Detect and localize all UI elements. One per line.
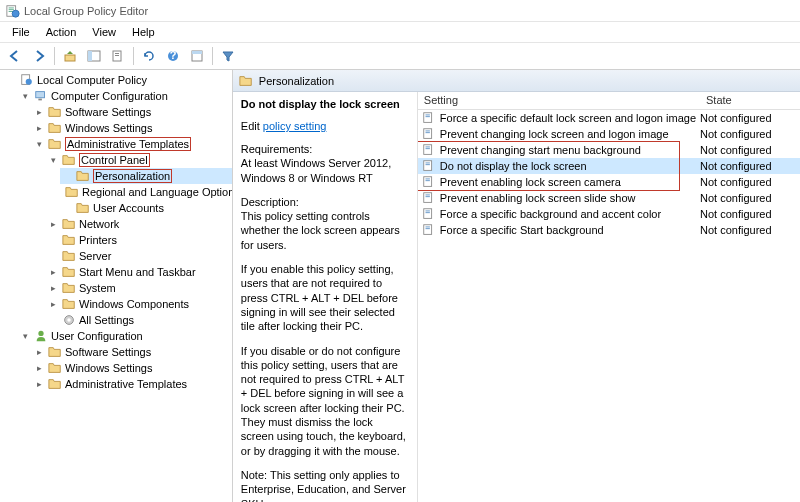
folder-icon bbox=[62, 281, 76, 295]
tree-pane[interactable]: Local Computer Policy ▾ Computer Configu… bbox=[0, 70, 233, 502]
help-button[interactable]: ? bbox=[162, 45, 184, 67]
setting-icon bbox=[422, 111, 436, 125]
expand-icon[interactable]: ▸ bbox=[48, 283, 59, 294]
svg-rect-41 bbox=[425, 211, 429, 212]
right-header: Personalization bbox=[233, 70, 800, 92]
requirements-label: Requirements: bbox=[241, 142, 409, 156]
svg-rect-10 bbox=[115, 55, 119, 56]
tree-windows-settings[interactable]: ▸Windows Settings bbox=[32, 120, 232, 136]
show-hide-tree-button[interactable] bbox=[83, 45, 105, 67]
col-state[interactable]: State bbox=[700, 92, 800, 109]
menu-bar: File Action View Help bbox=[0, 22, 800, 42]
svg-rect-26 bbox=[425, 131, 429, 132]
properties-button[interactable] bbox=[186, 45, 208, 67]
folder-icon bbox=[48, 121, 62, 135]
settings-list-pane[interactable]: Setting State Force a specific default l… bbox=[418, 92, 800, 502]
tree-user-accounts[interactable]: User Accounts bbox=[60, 200, 232, 216]
expand-icon[interactable]: ▸ bbox=[34, 347, 45, 358]
collapse-icon[interactable]: ▾ bbox=[20, 331, 31, 342]
list-item[interactable]: Prevent enabling lock screen cameraNot c… bbox=[418, 174, 800, 190]
folder-icon bbox=[76, 169, 90, 183]
svg-rect-44 bbox=[425, 227, 429, 228]
svg-rect-35 bbox=[425, 179, 429, 180]
filter-button[interactable] bbox=[217, 45, 239, 67]
tree-computer-config[interactable]: ▾ Computer Configuration bbox=[18, 88, 232, 104]
tree-user-software-settings[interactable]: ▸Software Settings bbox=[32, 344, 232, 360]
svg-rect-2 bbox=[9, 9, 14, 10]
tree-system[interactable]: ▸System bbox=[46, 280, 232, 296]
export-list-button[interactable] bbox=[107, 45, 129, 67]
description-text-3: If you disable or do not configure this … bbox=[241, 344, 409, 458]
svg-rect-27 bbox=[425, 132, 429, 133]
svg-rect-29 bbox=[425, 147, 429, 148]
expand-icon[interactable]: ▸ bbox=[48, 219, 59, 230]
list-item[interactable]: Prevent changing start menu backgroundNo… bbox=[418, 142, 800, 158]
expand-icon[interactable]: ▸ bbox=[48, 267, 59, 278]
folder-icon bbox=[62, 297, 76, 311]
tree-start-menu-taskbar[interactable]: ▸Start Menu and Taskbar bbox=[46, 264, 232, 280]
collapse-icon[interactable]: ▾ bbox=[34, 139, 45, 150]
back-button[interactable] bbox=[4, 45, 26, 67]
tree-server[interactable]: Server bbox=[46, 248, 232, 264]
expand-icon[interactable]: ▸ bbox=[34, 363, 45, 374]
svg-rect-25 bbox=[424, 129, 432, 139]
tree-software-settings[interactable]: ▸Software Settings bbox=[32, 104, 232, 120]
policy-icon bbox=[20, 73, 34, 87]
edit-policy-link[interactable]: policy setting bbox=[263, 120, 327, 132]
tree-windows-components[interactable]: ▸Windows Components bbox=[46, 296, 232, 312]
list-item[interactable]: Force a specific Start backgroundNot con… bbox=[418, 222, 800, 238]
refresh-button[interactable] bbox=[138, 45, 160, 67]
up-button[interactable] bbox=[59, 45, 81, 67]
svg-rect-36 bbox=[425, 180, 429, 181]
menu-file[interactable]: File bbox=[4, 24, 38, 40]
folder-icon bbox=[65, 185, 79, 199]
folder-icon bbox=[48, 137, 62, 151]
tree-user-config[interactable]: ▾ User Configuration bbox=[18, 328, 232, 344]
svg-rect-34 bbox=[424, 177, 432, 187]
forward-button[interactable] bbox=[28, 45, 50, 67]
menu-help[interactable]: Help bbox=[124, 24, 163, 40]
tree-admin-templates[interactable]: ▾Administrative Templates bbox=[32, 136, 232, 152]
menu-action[interactable]: Action bbox=[38, 24, 85, 40]
svg-rect-30 bbox=[425, 148, 429, 149]
window-title: Local Group Policy Editor bbox=[24, 5, 148, 17]
svg-point-16 bbox=[26, 79, 32, 85]
svg-rect-43 bbox=[424, 225, 432, 235]
svg-point-20 bbox=[67, 318, 71, 322]
list-item[interactable]: Force a specific default lock screen and… bbox=[418, 110, 800, 126]
detail-pane: Do not display the lock screen Edit poli… bbox=[233, 92, 418, 502]
col-setting[interactable]: Setting bbox=[418, 92, 700, 109]
svg-rect-14 bbox=[192, 51, 202, 54]
expand-icon[interactable] bbox=[6, 75, 17, 86]
policy-tree[interactable]: Local Computer Policy ▾ Computer Configu… bbox=[0, 72, 232, 392]
svg-rect-40 bbox=[424, 209, 432, 219]
svg-rect-7 bbox=[88, 51, 92, 61]
tree-regional-language[interactable]: Regional and Language Options bbox=[60, 184, 232, 200]
collapse-icon[interactable]: ▾ bbox=[20, 91, 31, 102]
folder-icon bbox=[48, 105, 62, 119]
collapse-icon[interactable]: ▾ bbox=[48, 155, 59, 166]
list-item[interactable]: Force a specific background and accent c… bbox=[418, 206, 800, 222]
expand-icon[interactable]: ▸ bbox=[34, 379, 45, 390]
computer-icon bbox=[34, 89, 48, 103]
list-header: Setting State bbox=[418, 92, 800, 110]
tree-root[interactable]: Local Computer Policy bbox=[4, 72, 232, 88]
toolbar-separator bbox=[212, 47, 213, 65]
tree-user-windows-settings[interactable]: ▸Windows Settings bbox=[32, 360, 232, 376]
menu-view[interactable]: View bbox=[84, 24, 124, 40]
expand-icon[interactable]: ▸ bbox=[34, 123, 45, 134]
list-item-selected[interactable]: Do not display the lock screenNot config… bbox=[418, 158, 800, 174]
tree-personalization[interactable]: Personalization bbox=[60, 168, 232, 184]
tree-control-panel[interactable]: ▾Control Panel bbox=[46, 152, 232, 168]
tree-all-settings[interactable]: All Settings bbox=[46, 312, 232, 328]
expand-icon[interactable]: ▸ bbox=[48, 299, 59, 310]
expand-icon[interactable]: ▸ bbox=[34, 107, 45, 118]
setting-icon bbox=[422, 223, 436, 237]
tree-network[interactable]: ▸Network bbox=[46, 216, 232, 232]
tree-user-admin-templates[interactable]: ▸Administrative Templates bbox=[32, 376, 232, 392]
tree-printers[interactable]: Printers bbox=[46, 232, 232, 248]
folder-icon bbox=[48, 377, 62, 391]
list-item[interactable]: Prevent changing lock screen and logon i… bbox=[418, 126, 800, 142]
toolbar-separator bbox=[54, 47, 55, 65]
list-item[interactable]: Prevent enabling lock screen slide showN… bbox=[418, 190, 800, 206]
